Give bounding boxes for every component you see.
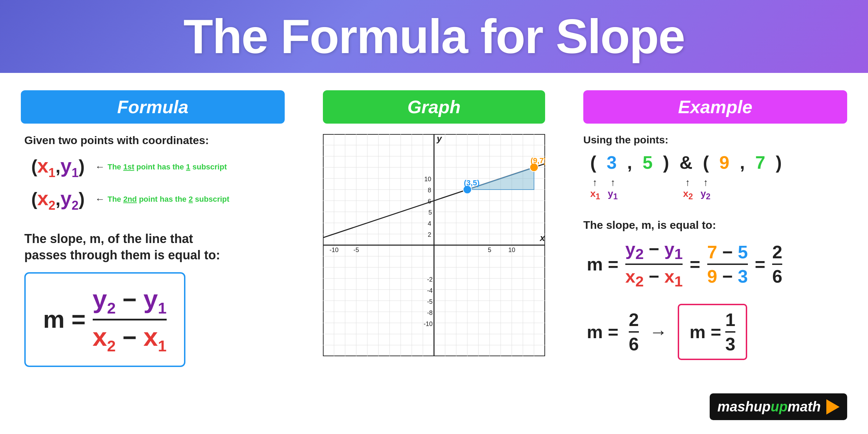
slope-desc: The slope, m, of the line thatpasses thr…: [24, 231, 220, 264]
ex-9: 9: [707, 266, 717, 286]
x1-val: 3: [607, 152, 617, 173]
example-column: Example Using the points: ( 3 , 5 ) & ( …: [583, 87, 847, 420]
comma2: ,: [740, 152, 745, 173]
final-answer-box: m = 1 3: [678, 304, 747, 360]
example-header: Example: [583, 90, 847, 124]
svg-text:10: 10: [508, 247, 515, 253]
ex-7: 7: [707, 242, 717, 262]
logo-triangle-icon: [826, 399, 840, 415]
final-row: m = 2 6 → m = 1 3: [587, 304, 747, 360]
point1-label: (x1,y1): [31, 154, 85, 180]
svg-text:10: 10: [424, 176, 431, 183]
fraction-denominator: x2 − x1: [93, 320, 167, 355]
svg-text:4: 4: [428, 220, 431, 227]
svg-text:y: y: [436, 134, 442, 144]
point2-row: (x2,y2) ← The 2nd point has the 2 subscr…: [31, 186, 229, 213]
formula-label: Formula: [117, 97, 188, 117]
ex-3: 3: [738, 266, 748, 286]
svg-text:-5: -5: [427, 298, 433, 305]
ex-frac-2-6: 2 6: [629, 309, 639, 354]
x2-subscript: x2: [683, 188, 693, 201]
using-text: Using the points:: [583, 134, 668, 146]
graph-container: x y -10 -5 5 10 10 8 6 5: [323, 134, 545, 356]
logo-mashup: mashup: [717, 399, 770, 415]
y2-subscript: y2: [701, 188, 711, 201]
ex-frac-result26: 2 6: [772, 242, 782, 287]
ex-y1: y1: [664, 239, 683, 259]
close-paren1: ): [663, 152, 669, 173]
point2-note: ← The 2nd point has the 2 subscript: [95, 194, 229, 205]
close-paren2: ): [776, 152, 782, 173]
graph-column: Graph: [302, 87, 566, 420]
x2-val: 9: [719, 152, 729, 173]
ex-frac-symbolic: y2 − y1 x2 − x1: [625, 239, 683, 290]
y1-subscript: y1: [608, 188, 618, 201]
point1-note: ← The 1st point has the 1 subscript: [95, 161, 227, 173]
formula-column: Formula Given two points with coordinate…: [21, 87, 285, 420]
arrow-right: →: [649, 322, 667, 342]
ex-x2: x2: [625, 266, 644, 286]
slope-m-equal: The slope, m, is equal to:: [583, 219, 716, 232]
ex-5: 5: [738, 242, 748, 262]
svg-text:-10: -10: [424, 320, 433, 327]
example-points-row: ( 3 , 5 ) & ( 9 , 7 ): [590, 152, 782, 173]
ex-x1: x1: [664, 266, 683, 286]
slope-fraction: y2 − y1 x2 − x1: [93, 284, 167, 355]
formula-box: m = y2 − y1 x2 − x1: [24, 272, 185, 367]
svg-text:8: 8: [428, 187, 431, 194]
subscript-area: ↑↑ x1 y1 ↑↑ x2 y2: [590, 177, 710, 201]
m-equals: m =: [43, 306, 86, 333]
svg-text:-10: -10: [329, 247, 339, 253]
example-label: Example: [678, 97, 752, 117]
point1-note-text: The 1st point has the 1 subscript: [108, 162, 227, 172]
comma1: ,: [627, 152, 632, 173]
svg-text:-5: -5: [353, 247, 359, 253]
mashupmath-logo: mashup up math: [710, 393, 847, 420]
y2-val: 7: [755, 152, 765, 173]
svg-text:(3,5): (3,5): [464, 178, 479, 187]
given-text: Given two points with coordinates:: [24, 134, 209, 147]
page-header: The Formula for Slope: [0, 0, 868, 73]
svg-text:-2: -2: [427, 276, 433, 283]
svg-text:x: x: [539, 233, 545, 243]
graph-svg: x y -10 -5 5 10 10 8 6 5: [323, 134, 545, 356]
x1-subscript: x1: [590, 188, 600, 201]
logo-math: math: [787, 399, 821, 415]
ex-frac-values: 7 − 5 9 − 3: [707, 242, 748, 287]
graph-label: Graph: [407, 97, 460, 117]
and-text: &: [679, 152, 693, 173]
main-content: Formula Given two points with coordinate…: [0, 73, 868, 434]
open-paren2: (: [703, 152, 709, 173]
point2-note-text: The 2nd point has the 2 subscript: [108, 195, 229, 204]
svg-text:-8: -8: [427, 309, 433, 316]
logo-up: up: [771, 399, 788, 415]
svg-text:5: 5: [488, 247, 491, 253]
svg-text:5: 5: [428, 209, 432, 216]
ex-m-eq: m =: [587, 254, 618, 275]
svg-text:(9,7): (9,7): [531, 156, 545, 165]
formula-inner: m = y2 − y1 x2 − x1: [43, 284, 167, 355]
open-paren1: (: [590, 152, 596, 173]
page-title: The Formula for Slope: [183, 8, 685, 65]
example-formula-row: m = y2 − y1 x2 − x1 = 7 − 5: [587, 239, 782, 290]
point2-label: (x2,y2): [31, 186, 85, 213]
final-m: m =: [690, 322, 721, 342]
y1-val: 5: [643, 152, 653, 173]
svg-text:2: 2: [428, 231, 431, 238]
point1-row: (x1,y1) ← The 1st point has the 1 subscr…: [31, 154, 227, 180]
svg-text:-4: -4: [427, 287, 433, 294]
ex-frac-1-3: 1 3: [725, 309, 735, 354]
final-m-eq: m =: [587, 322, 618, 342]
graph-header: Graph: [323, 90, 545, 124]
ex-y2: y2: [625, 239, 644, 259]
fraction-numerator: y2 − y1: [93, 284, 167, 320]
formula-header: Formula: [21, 90, 285, 124]
